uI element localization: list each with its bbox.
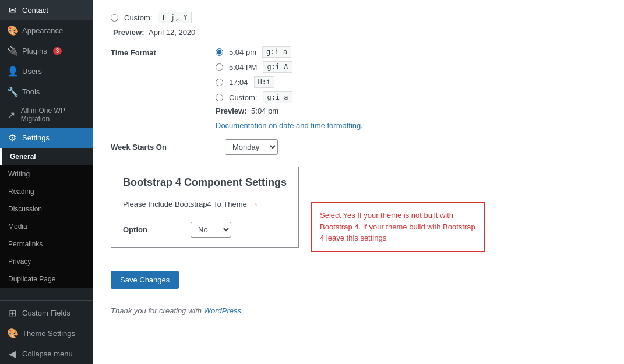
time-preview-value: 5:04 pm bbox=[251, 107, 278, 115]
sidebar-item-allinone[interactable]: ↗ All-in-One WP Migration bbox=[0, 102, 93, 128]
bootstrap-include-label: Please Include Bootstrap4 To Theme bbox=[123, 200, 247, 208]
sidebar-item-settings[interactable]: ⚙ Settings bbox=[0, 128, 93, 148]
contact-icon: ✉ bbox=[7, 5, 17, 16]
appearance-icon: 🎨 bbox=[7, 25, 17, 36]
time-label-1: 5:04 pm bbox=[229, 48, 256, 56]
bootstrap-title: Bootstrap 4 Component Settings bbox=[123, 176, 287, 189]
left-arrow-icon: ← bbox=[253, 198, 263, 210]
sidebar-item-appearance[interactable]: 🎨 Appearance bbox=[0, 20, 93, 41]
option-label: Option bbox=[123, 225, 181, 234]
time-format-label: Time Format bbox=[111, 46, 216, 57]
week-starts-label: Week Starts On bbox=[111, 143, 216, 151]
time-format-controls: 5:04 pm g:i a 5:04 PM g:i A 17:04 H:i Cu… bbox=[216, 46, 607, 130]
time-label-3: 17:04 bbox=[229, 78, 248, 87]
custom-date-code: F j, Y bbox=[158, 12, 191, 23]
sidebar-item-tools[interactable]: 🔧 Tools bbox=[0, 82, 93, 102]
wordpress-link[interactable]: WordPress. bbox=[204, 306, 244, 315]
tools-icon: 🔧 bbox=[7, 86, 17, 97]
sidebar-item-contact[interactable]: ✉ Contact bbox=[0, 0, 93, 20]
plugins-badge: 3 bbox=[53, 47, 62, 55]
option-select[interactable]: No Yes bbox=[191, 222, 231, 238]
submenu-item-discussion[interactable]: Discussion bbox=[0, 200, 93, 218]
time-option-1: 5:04 pm g:i a bbox=[216, 46, 607, 58]
date-preview-label: Preview: bbox=[113, 28, 144, 37]
week-starts-row: Week Starts On Monday Sunday Saturday bbox=[111, 139, 607, 155]
custom-fields-icon: ⊞ bbox=[7, 308, 17, 319]
date-preview: Preview: April 12, 2020 bbox=[111, 28, 607, 37]
documentation-link[interactable]: Documentation on date and time formattin… bbox=[216, 121, 361, 130]
sidebar-item-users[interactable]: 👤 Users bbox=[0, 61, 93, 82]
time-code-custom: g:i a bbox=[263, 91, 292, 103]
time-radio-custom[interactable] bbox=[216, 94, 223, 101]
submenu-item-writing[interactable]: Writing bbox=[0, 165, 93, 183]
sidebar-item-custom-fields[interactable]: ⊞ Custom Fields bbox=[0, 303, 93, 323]
plugins-icon: 🔌 bbox=[7, 45, 17, 56]
custom-date-radio[interactable] bbox=[111, 14, 118, 22]
custom-date-row: Custom: F j, Y bbox=[111, 12, 607, 23]
time-label-custom: Custom: bbox=[229, 93, 257, 102]
thankyou-text: Thank you for creating with WordPress. bbox=[111, 306, 607, 315]
custom-date-label: Custom: bbox=[124, 13, 152, 22]
content-inner: Custom: F j, Y Preview: April 12, 2020 T… bbox=[93, 0, 624, 364]
bootstrap-tooltip: Select Yes If your theme is not built wi… bbox=[311, 202, 485, 252]
sidebar-item-collapse[interactable]: ◀ Collapse menu bbox=[0, 344, 93, 364]
option-row: Option No Yes bbox=[123, 222, 287, 238]
submenu-item-reading[interactable]: Reading bbox=[0, 183, 93, 200]
users-icon: 👤 bbox=[7, 66, 17, 77]
time-radio-3[interactable] bbox=[216, 79, 223, 86]
week-starts-select[interactable]: Monday Sunday Saturday bbox=[225, 139, 278, 155]
time-label-2: 5:04 PM bbox=[229, 63, 257, 72]
time-preview: Preview: 5:04 pm bbox=[216, 107, 607, 115]
time-preview-label: Preview: bbox=[216, 107, 246, 115]
time-code-3: H:i bbox=[254, 76, 275, 88]
submenu-item-permalinks[interactable]: Permalinks bbox=[0, 235, 93, 253]
submenu-item-media[interactable]: Media bbox=[0, 218, 93, 235]
time-code-2: g:i A bbox=[263, 61, 292, 73]
collapse-icon: ◀ bbox=[7, 348, 17, 359]
sidebar: ✉ Contact 🎨 Appearance 🔌 Plugins 3 👤 Use… bbox=[0, 0, 93, 364]
submenu-item-duplicate-page[interactable]: Duplicate Page bbox=[0, 270, 93, 288]
time-code-1: g:i a bbox=[262, 46, 291, 58]
tooltip-text: Select Yes If your theme is not built wi… bbox=[320, 211, 475, 242]
bootstrap-include-row: Please Include Bootstrap4 To Theme ← bbox=[123, 198, 287, 210]
time-radio-1[interactable] bbox=[216, 48, 223, 56]
time-option-3: 17:04 H:i bbox=[216, 76, 607, 88]
settings-icon: ⚙ bbox=[7, 132, 17, 143]
bootstrap-box: Bootstrap 4 Component Settings Please In… bbox=[111, 167, 299, 248]
doc-link-row: Documentation on date and time formattin… bbox=[216, 121, 607, 130]
time-radio-2[interactable] bbox=[216, 63, 223, 71]
submenu-item-general[interactable]: General bbox=[0, 148, 93, 165]
settings-submenu: General Writing Reading Discussion Media… bbox=[0, 148, 93, 288]
bootstrap-area: Bootstrap 4 Component Settings Please In… bbox=[111, 167, 607, 259]
theme-settings-icon: 🎨 bbox=[7, 328, 17, 339]
time-format-row: Time Format 5:04 pm g:i a 5:04 PM g:i A … bbox=[111, 46, 607, 130]
time-option-2: 5:04 PM g:i A bbox=[216, 61, 607, 73]
thankyou-label: Thank you for creating with bbox=[111, 306, 202, 315]
date-preview-value: April 12, 2020 bbox=[149, 28, 195, 37]
sidebar-item-plugins[interactable]: 🔌 Plugins 3 bbox=[0, 41, 93, 61]
main-content: Custom: F j, Y Preview: April 12, 2020 T… bbox=[93, 0, 624, 364]
submenu-item-privacy[interactable]: Privacy bbox=[0, 253, 93, 270]
sidebar-item-theme-settings[interactable]: 🎨 Theme Settings bbox=[0, 323, 93, 344]
migration-icon: ↗ bbox=[7, 109, 16, 121]
save-changes-button[interactable]: Save Changes bbox=[111, 271, 179, 289]
time-option-custom: Custom: g:i a bbox=[216, 91, 607, 103]
